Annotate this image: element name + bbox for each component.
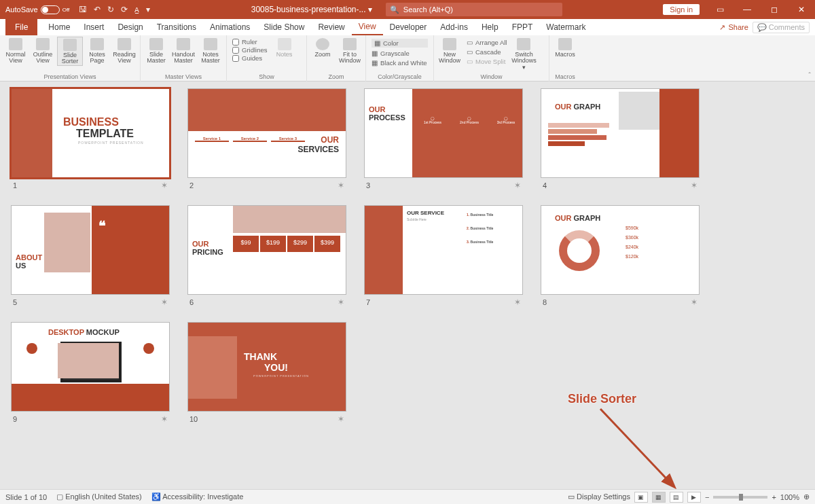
save-icon[interactable]: 🖫 [79, 5, 87, 14]
normal-view-button[interactable]: Normal View [3, 37, 29, 65]
group-presentation-views: Normal View Outline View Slide Sorter No… [0, 35, 141, 82]
slide-number: 1 [13, 181, 17, 190]
reading-view-status-button[interactable]: ▤ [670, 492, 683, 503]
tab-transitions[interactable]: Transitions [150, 19, 203, 35]
slide-thumb-4[interactable]: OUR GRAPH 4✶ [541, 88, 700, 190]
cascade-button[interactable]: ▭ Cascade [467, 48, 507, 56]
transition-icon: ✶ [161, 414, 168, 424]
display-settings-button[interactable]: ▭ Display Settings [568, 492, 630, 501]
font-icon[interactable]: A̲ [134, 6, 139, 14]
slide-master-button[interactable]: Slide Master [143, 37, 169, 65]
language-button[interactable]: ▢ English (United States) [56, 492, 142, 501]
slide-count[interactable]: Slide 1 of 10 [5, 493, 47, 501]
new-window-button[interactable]: New Window [437, 37, 463, 65]
tab-developer[interactable]: Developer [383, 19, 434, 35]
autosave-label: AutoSave [5, 5, 38, 14]
tab-insert[interactable]: Insert [77, 19, 111, 35]
quick-access-toolbar: 🖫 ↶ ↻ ⟳ A̲ ▾ [79, 5, 150, 14]
tab-slide-show[interactable]: Slide Show [257, 19, 311, 35]
slide-thumb-7[interactable]: OUR SERVICE Subtitle Here 1. Business Ti… [364, 205, 523, 307]
search-box[interactable]: 🔍 Search (Alt+Q) [386, 3, 562, 16]
normal-view-status-button[interactable]: ▣ [634, 492, 648, 503]
autosave-state: Off [62, 7, 70, 13]
tab-add-ins[interactable]: Add-ins [433, 19, 475, 35]
tab-fppt[interactable]: FPPT [505, 19, 540, 35]
notes-page-button[interactable]: Notes Page [84, 37, 110, 65]
redo-icon[interactable]: ↻ [107, 5, 114, 14]
tab-animations[interactable]: Animations [203, 19, 257, 35]
color-button[interactable]: ▦ Color [372, 39, 428, 48]
gridlines-check[interactable]: Gridlines [232, 46, 268, 54]
outline-view-button[interactable]: Outline View [30, 37, 56, 65]
new-window-icon [443, 38, 456, 50]
share-button[interactable]: ↗ Share [719, 23, 748, 32]
tab-watermark[interactable]: Watermark [539, 19, 592, 35]
macros-icon [558, 38, 572, 50]
comments-label: Comments [769, 23, 805, 31]
tab-review[interactable]: Review [311, 19, 351, 35]
switch-windows-button[interactable]: Switch Windows ▾ [511, 37, 537, 71]
tab-design[interactable]: Design [111, 19, 149, 35]
tab-view[interactable]: View [352, 19, 383, 35]
macros-button[interactable]: Macros [552, 37, 578, 58]
reading-view-button[interactable]: Reading View [111, 37, 137, 65]
slideshow-status-button[interactable]: ▶ [687, 492, 701, 503]
autosave-toggle[interactable]: AutoSave Off [5, 5, 69, 14]
zoom-out-button[interactable]: − [705, 493, 709, 501]
transition-icon: ✶ [691, 181, 698, 190]
toggle-off-icon [41, 5, 60, 14]
slide-thumb-10[interactable]: THANK YOU! POWERPOINT PRESENTATION 10✶ [187, 322, 346, 424]
transition-icon: ✶ [338, 414, 344, 424]
bw-button[interactable]: ▦ Black and White [372, 59, 428, 67]
grayscale-button[interactable]: ▦ Grayscale [372, 50, 428, 57]
qat-more-icon[interactable]: ▾ [146, 5, 150, 14]
slide-sorter-pane[interactable]: BUSINESS TEMPLATE POWERPOINT PRESENTATIO… [0, 82, 815, 489]
zoom-in-button[interactable]: + [772, 493, 776, 501]
ruler-check[interactable]: Ruler [232, 38, 268, 46]
guides-check[interactable]: Guides [232, 54, 268, 62]
tab-help[interactable]: Help [475, 19, 505, 35]
notes-icon [278, 38, 291, 50]
slide-thumb-1[interactable]: BUSINESS TEMPLATE POWERPOINT PRESENTATIO… [11, 88, 170, 190]
notes-master-button[interactable]: Notes Master [198, 37, 223, 65]
notes-button[interactable]: Notes [272, 37, 297, 58]
zoom-button[interactable]: Zoom [310, 37, 336, 58]
search-placeholder: Search (Alt+Q) [403, 5, 453, 14]
tab-home[interactable]: Home [41, 19, 77, 35]
move-split-button[interactable]: ▭ Move Split [467, 58, 507, 65]
handout-master-button[interactable]: Handout Master [170, 37, 196, 65]
slide-thumb-8[interactable]: OUR GRAPH $590k$360k$240k$120k 8✶ [541, 205, 700, 307]
maximize-button[interactable]: ◻ [761, 0, 788, 19]
close-button[interactable]: ✕ [788, 0, 815, 19]
refresh-icon[interactable]: ⟳ [121, 5, 128, 14]
annotation-label: Slide Sorter [568, 392, 636, 406]
collapse-ribbon-icon[interactable]: ˆ [808, 71, 811, 79]
slide-number: 5 [13, 298, 17, 306]
notes-page-icon [90, 38, 104, 50]
fit-to-window-status-button[interactable]: ⊕ [803, 492, 810, 501]
zoom-slider[interactable] [713, 496, 767, 499]
sign-in-button[interactable]: Sign in [663, 4, 700, 15]
fit-to-window-button[interactable]: Fit to Window [337, 37, 363, 65]
slide-thumb-6[interactable]: OURPRICING $99 $199 $299 $399 6✶ [187, 205, 346, 307]
slide-thumb-9[interactable]: DESKTOP MOCKUP 9✶ [11, 322, 170, 424]
transition-icon: ✶ [161, 298, 168, 307]
document-title[interactable]: 30085-business-presentation-... ▾ [251, 5, 372, 14]
share-label: Share [728, 23, 748, 31]
minimize-button[interactable]: — [734, 0, 761, 19]
slide-sorter-button[interactable]: Slide Sorter [57, 37, 83, 66]
comments-button[interactable]: 💬 Comments [753, 22, 810, 33]
ribbon-display-button[interactable]: ▭ [706, 0, 734, 19]
slide-thumb-5[interactable]: ABOUTUS ❝ 5✶ [11, 205, 170, 307]
slide-sorter-status-button[interactable]: ▦ [652, 492, 666, 503]
slide-thumb-3[interactable]: OURPROCESS ◯1st Process ◯2nd Process ◯3r… [364, 88, 523, 190]
zoom-level[interactable]: 100% [780, 493, 799, 501]
arrange-all-button[interactable]: ▭ Arrange All [467, 39, 507, 46]
undo-icon[interactable]: ↶ [94, 5, 101, 14]
notes-master-icon [204, 38, 217, 50]
slide-number: 6 [189, 298, 194, 306]
slide-thumb-2[interactable]: OURSERVICES Service 1 Service 2 Service … [187, 88, 346, 190]
file-tab[interactable]: File [5, 19, 37, 35]
accessibility-button[interactable]: ♿ Accessibility: Investigate [151, 492, 244, 501]
group-label: Show [230, 73, 304, 82]
